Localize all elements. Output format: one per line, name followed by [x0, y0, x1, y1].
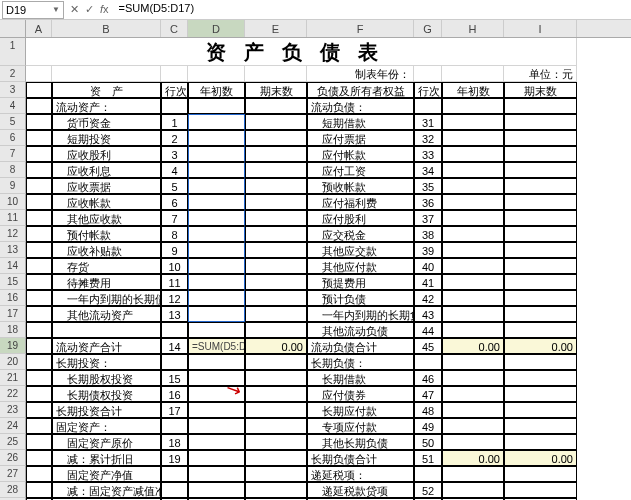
cell[interactable]	[26, 178, 52, 194]
cell[interactable]	[442, 146, 504, 162]
cell[interactable]	[442, 66, 504, 82]
cell[interactable]: 流动负债：	[307, 98, 414, 114]
cell[interactable]: 年初数	[188, 82, 245, 98]
cell[interactable]: 减：固定资产减值准备	[52, 482, 161, 498]
cell[interactable]	[504, 274, 577, 290]
cell[interactable]: 固定资产：	[52, 418, 161, 434]
cell[interactable]	[442, 194, 504, 210]
cell[interactable]	[414, 466, 442, 482]
cell[interactable]: 48	[414, 402, 442, 418]
cell[interactable]	[442, 210, 504, 226]
cell[interactable]	[504, 242, 577, 258]
col-header[interactable]: D	[188, 20, 245, 37]
cell[interactable]: 应付票据	[307, 130, 414, 146]
cell[interactable]	[414, 354, 442, 370]
row-header[interactable]: 6	[0, 130, 26, 146]
cell[interactable]: 37	[414, 210, 442, 226]
cell[interactable]	[245, 466, 307, 482]
cell[interactable]: 11	[161, 274, 188, 290]
cell[interactable]	[442, 306, 504, 322]
cell[interactable]	[188, 418, 245, 434]
cell[interactable]: 41	[414, 274, 442, 290]
row-header[interactable]: 28	[0, 482, 26, 498]
cell[interactable]: 长期借款	[307, 370, 414, 386]
row-header[interactable]: 24	[0, 418, 26, 434]
cell[interactable]	[161, 466, 188, 482]
cell[interactable]	[245, 354, 307, 370]
cell[interactable]	[188, 306, 245, 322]
cell[interactable]	[504, 354, 577, 370]
cell[interactable]	[442, 290, 504, 306]
cell[interactable]: 货币资金	[52, 114, 161, 130]
cell[interactable]: 待摊费用	[52, 274, 161, 290]
cell[interactable]	[504, 114, 577, 130]
cell[interactable]	[442, 98, 504, 114]
cell[interactable]: 1	[161, 114, 188, 130]
cell[interactable]	[26, 66, 52, 82]
cell[interactable]	[504, 418, 577, 434]
row-header[interactable]: 11	[0, 210, 26, 226]
cell[interactable]: 流动负债合计	[307, 338, 414, 354]
cell[interactable]: 18	[161, 434, 188, 450]
cell[interactable]	[161, 322, 188, 338]
cell[interactable]	[26, 274, 52, 290]
cell[interactable]	[442, 242, 504, 258]
cell[interactable]: 10	[161, 258, 188, 274]
cell[interactable]: =SUM(D5:D17)	[188, 338, 245, 354]
cell[interactable]: 减：累计折旧	[52, 450, 161, 466]
cell[interactable]: 16	[161, 386, 188, 402]
cell[interactable]	[442, 114, 504, 130]
row-header[interactable]: 4	[0, 98, 26, 114]
cell[interactable]: 应付帐款	[307, 146, 414, 162]
cell[interactable]: 应收补贴款	[52, 242, 161, 258]
name-box[interactable]: D19 ▼	[2, 1, 64, 19]
cell[interactable]	[442, 322, 504, 338]
cell[interactable]	[442, 162, 504, 178]
cell[interactable]: 专项应付款	[307, 418, 414, 434]
cell[interactable]	[504, 162, 577, 178]
cell[interactable]: 其他应付款	[307, 258, 414, 274]
cell[interactable]: 14	[161, 338, 188, 354]
cell[interactable]: 应付股利	[307, 210, 414, 226]
cell[interactable]	[245, 242, 307, 258]
cell[interactable]	[245, 450, 307, 466]
spreadsheet-grid[interactable]: A B C D E F G H I 1资产负债表2制表年份：单位：元3资 产行次…	[0, 20, 631, 500]
cell[interactable]	[504, 146, 577, 162]
cell[interactable]	[188, 162, 245, 178]
cell[interactable]	[442, 130, 504, 146]
cell[interactable]	[26, 194, 52, 210]
row-header[interactable]: 10	[0, 194, 26, 210]
cell[interactable]	[442, 402, 504, 418]
cell[interactable]: 47	[414, 386, 442, 402]
cell[interactable]	[26, 354, 52, 370]
cell[interactable]	[414, 98, 442, 114]
cell[interactable]: 0.00	[245, 338, 307, 354]
cell[interactable]	[245, 66, 307, 82]
cell[interactable]: 45	[414, 338, 442, 354]
row-header[interactable]: 20	[0, 354, 26, 370]
cell[interactable]: 期末数	[504, 82, 577, 98]
cell[interactable]: 6	[161, 194, 188, 210]
cell[interactable]	[245, 210, 307, 226]
cell[interactable]	[188, 482, 245, 498]
row-header[interactable]: 26	[0, 450, 26, 466]
cell[interactable]	[188, 370, 245, 386]
cell[interactable]: 长期债权投资	[52, 386, 161, 402]
cell[interactable]	[26, 306, 52, 322]
cell[interactable]	[26, 210, 52, 226]
cancel-icon[interactable]: ✕	[70, 3, 79, 16]
row-header[interactable]: 13	[0, 242, 26, 258]
cell[interactable]: 42	[414, 290, 442, 306]
cell[interactable]: 19	[161, 450, 188, 466]
cell[interactable]	[26, 162, 52, 178]
cell[interactable]	[161, 66, 188, 82]
cell[interactable]: 36	[414, 194, 442, 210]
cell[interactable]	[188, 226, 245, 242]
cell[interactable]	[504, 258, 577, 274]
col-header[interactable]: G	[414, 20, 442, 37]
cell[interactable]	[188, 258, 245, 274]
cell[interactable]	[245, 402, 307, 418]
row-header[interactable]: 17	[0, 306, 26, 322]
row-header[interactable]: 25	[0, 434, 26, 450]
cell[interactable]: 预计负债	[307, 290, 414, 306]
